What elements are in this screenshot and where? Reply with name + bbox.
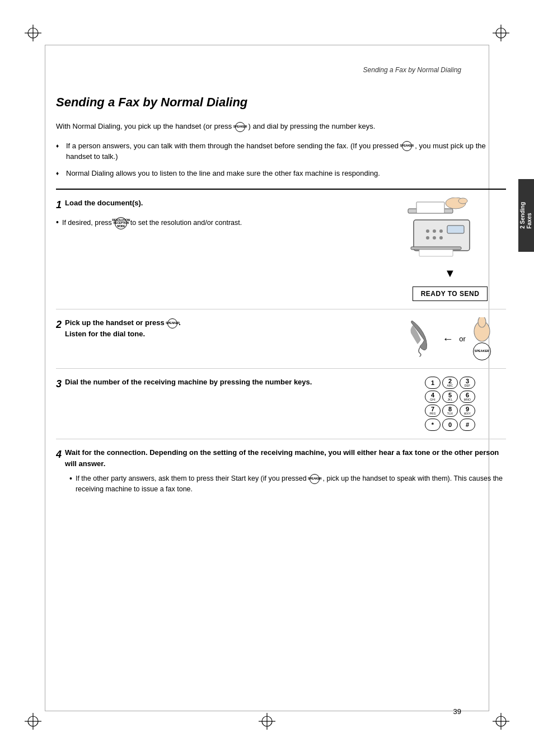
or-text: or [459,335,466,343]
bullet-item-2: Normal Dialing allows you to listen to t… [56,168,506,179]
svg-rect-27 [411,247,461,250]
step-1-title: 1 Load the document(s). [56,198,383,213]
step-1-left: 1 Load the document(s). If desired, pres… [56,198,394,229]
step-4-title: 4 Wait for the connection. Depending on … [56,447,506,469]
main-content: Sending a Fax by Normal Dialing With Nor… [56,78,506,711]
speaker-large: SPEAKER [471,317,493,360]
step-1-body: If desired, press RESOLUTION/RECEPTIONMO… [56,217,383,229]
fax-machine-svg [402,198,498,259]
svg-point-25 [439,236,443,240]
page-title: Sending a Fax by Normal Dialing [56,95,506,110]
side-tab-label: 2 SendingFaxes [519,202,533,229]
step-4-body: If the other party answers, ask them to … [69,473,506,495]
svg-point-21 [433,229,436,233]
bullet-item-1: If a person answers, you can talk with t… [56,140,506,162]
step-1-right: ▼ READY TO SEND [394,198,506,301]
reg-mark-tl [25,25,41,43]
svg-rect-26 [447,226,464,233]
key-star: * [425,419,441,431]
key-0: 0 [442,419,458,431]
speaker-button-icon-2: SPEAKER [402,141,412,151]
svg-point-30 [478,317,486,327]
speaker-hand-svg [471,317,493,342]
key-6: 6MNO [460,391,475,403]
step-2: 2 Pick up the handset or press SPEAKER. … [56,309,506,369]
step-3-title: 3 Dial the number of the receiving machi… [56,377,383,392]
key-hash: # [460,419,475,431]
svg-rect-17 [416,202,444,213]
key-4: 4GHI [425,391,441,403]
key-2: 2ABC [442,377,458,389]
reg-mark-br [493,713,509,731]
key-7: 7PRS [425,405,441,417]
ready-to-send-box: READY TO SEND [413,287,488,301]
step-2-left: 2 Pick up the handset or press SPEAKER. … [56,317,394,344]
intro-paragraph: With Normal Dialing, you pick up the han… [56,121,506,132]
svg-rect-15 [414,220,470,251]
step-4-left: 4 Wait for the connection. Depending on … [56,447,506,495]
steps-container: 1 Load the document(s). If desired, pres… [56,189,506,503]
reg-mark-tr [493,25,509,43]
speaker-button-step2: SPEAKER [167,318,177,328]
side-tab-sending-faxes: 2 SendingFaxes [518,179,534,252]
speaker-button-step4: SPEAKER [310,474,320,484]
arrow-left-icon: ← [442,332,453,345]
step-4-subbullet: If the other party answers, ask them to … [69,473,506,495]
keypad-illustration: 1 2ABC 3DEF 4GHI 5JKL 6MNO 7PRS 8TUV 9WX… [425,377,475,431]
step-3-right: 1 2ABC 3DEF 4GHI 5JKL 6MNO 7PRS 8TUV 9WX… [394,377,506,431]
step-3-left: 3 Dial the number of the receiving machi… [56,377,394,396]
page-header: Sending a Fax by Normal Dialing [363,66,461,74]
svg-point-23 [426,236,429,240]
step-1-subbullet: If desired, press RESOLUTION/RECEPTIONMO… [56,217,383,229]
svg-point-20 [426,229,429,233]
intro-text-1: With Normal Dialing, you pick up the han… [56,122,234,130]
handset-svg [407,321,437,357]
reg-mark-bc [259,713,275,731]
step-2-title: 2 Pick up the handset or press SPEAKER. … [56,317,383,339]
phone-illustration: ← or SPEAKER [407,317,493,360]
svg-point-22 [439,229,443,233]
arrow-down-icon: ▼ [444,267,456,280]
step-3: 3 Dial the number of the receiving machi… [56,369,506,439]
key-5: 5JKL [442,391,458,403]
step-4: 4 Wait for the connection. Depending on … [56,439,506,503]
intro-text-2: ) and dial by pressing the number keys. [249,122,376,130]
step-2-right: ← or SPEAKER [394,317,506,360]
svg-rect-28 [419,250,453,256]
key-8: 8TUV [442,405,458,417]
reg-mark-bl [25,713,41,731]
bullet-list: If a person answers, you can talk with t… [56,140,506,179]
resolution-button-icon: RESOLUTION/RECEPTIONMODE [115,217,127,229]
svg-point-19 [458,198,467,204]
key-9: 9WXY [460,405,475,417]
fax-machine-illustration [402,198,498,265]
speaker-button-icon: SPEAKER [235,122,245,132]
speaker-button-large-icon: SPEAKER [473,342,491,360]
svg-point-24 [433,236,436,240]
key-3: 3DEF [460,377,475,389]
key-1: 1 [425,377,441,389]
step-1: 1 Load the document(s). If desired, pres… [56,190,506,309]
